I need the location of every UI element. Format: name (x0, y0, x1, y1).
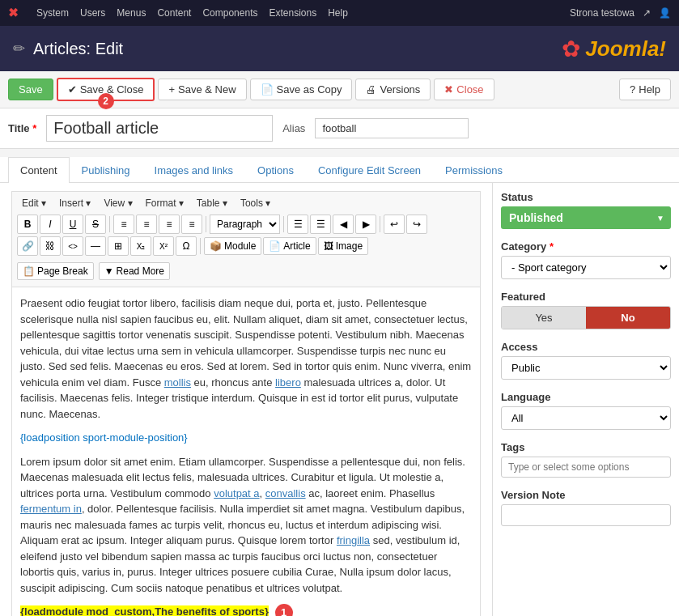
undo-button[interactable]: ↩ (384, 215, 405, 234)
tab-publishing[interactable]: Publishing (70, 157, 142, 183)
editor-menu-view[interactable]: View ▾ (99, 195, 137, 211)
featured-section: Featured Yes No (501, 291, 671, 329)
link-fermentum[interactable]: fermentum in (20, 503, 82, 515)
status-dropdown[interactable]: Published (501, 206, 671, 229)
nav-components[interactable]: Components (202, 7, 257, 19)
nav-users[interactable]: Users (80, 7, 105, 19)
editor-area: Edit ▾ Insert ▾ View ▾ Format ▾ Table ▾ … (0, 183, 493, 616)
featured-toggle: Yes No (501, 306, 671, 329)
copy-icon: 📄 (261, 83, 274, 96)
indent-button[interactable]: ▶ (355, 215, 376, 234)
access-select[interactable]: Public (501, 356, 671, 380)
separator-5 (200, 238, 201, 254)
alias-input[interactable] (315, 118, 469, 138)
module-button[interactable]: 📦 Module (204, 237, 261, 255)
tags-section: Tags (501, 441, 671, 478)
language-select[interactable]: All (501, 406, 671, 430)
nav-menus[interactable]: Menus (117, 7, 146, 19)
align-right-button[interactable]: ≡ (159, 215, 180, 234)
user-icon[interactable]: 👤 (659, 7, 671, 19)
close-button[interactable]: ✖ Close (434, 79, 494, 100)
help-button[interactable]: ? Help (619, 79, 671, 100)
unlink-button[interactable]: ⛓ (40, 236, 61, 256)
tab-options[interactable]: Options (245, 157, 306, 183)
link-mollis[interactable]: mollis (164, 376, 191, 389)
ol-button[interactable]: ☰ (310, 215, 331, 234)
align-justify-button[interactable]: ≡ (181, 215, 202, 234)
tags-input[interactable] (501, 457, 671, 478)
paragraph-select[interactable]: Paragraph (210, 215, 280, 234)
save-copy-button[interactable]: 📄 Save as Copy (250, 79, 353, 100)
version-note-input[interactable] (501, 504, 671, 526)
subscript-button[interactable]: X₂ (130, 236, 151, 256)
close-icon: ✖ (444, 83, 453, 96)
align-left-button[interactable]: ≡ (113, 215, 134, 234)
status-label: Status (501, 191, 671, 203)
editor-menu-table[interactable]: Table ▾ (192, 195, 232, 211)
featured-no-button[interactable]: No (586, 307, 670, 329)
link-button[interactable]: 🔗 (17, 236, 38, 256)
module-icon: 📦 (210, 240, 222, 252)
title-input[interactable] (46, 115, 273, 142)
tab-images-links[interactable]: Images and links (142, 157, 246, 183)
loadmodule-tag-highlight: {loadmodule mod_custom,The benefits of s… (20, 605, 269, 616)
code-button[interactable]: <> (62, 236, 83, 256)
tab-permissions[interactable]: Permissions (433, 157, 515, 183)
ul-button[interactable]: ☰ (287, 215, 308, 234)
special-char-button[interactable]: Ω (176, 236, 197, 256)
strikethrough-button[interactable]: S (85, 215, 106, 234)
outdent-button[interactable]: ◀ (333, 215, 354, 234)
plus-icon: + (168, 83, 175, 96)
edit-icon: ✏ (13, 40, 25, 57)
joomla-star-icon: ✿ (562, 36, 580, 62)
image-button[interactable]: 🖼 Image (318, 237, 368, 255)
nav-system[interactable]: System (36, 7, 69, 19)
bold-button[interactable]: B (17, 215, 38, 234)
title-label: Title * (8, 122, 36, 134)
nav-extensions[interactable]: Extensions (269, 7, 316, 19)
underline-button[interactable]: U (62, 215, 83, 234)
page-header: ✏ Articles: Edit ✿ Joomla! (0, 26, 679, 71)
article-button[interactable]: 📄 Article (263, 237, 316, 255)
editor-content[interactable]: Praesent odio feugiat tortor libero, fac… (11, 287, 481, 616)
link-convallis[interactable]: convallis (265, 487, 306, 499)
link-fringilla[interactable]: fringilla (337, 534, 370, 546)
nav-content[interactable]: Content (157, 7, 191, 19)
superscript-button[interactable]: X² (153, 236, 174, 256)
tags-label: Tags (501, 441, 671, 453)
category-section: Category * - Sport category (501, 240, 671, 279)
site-name[interactable]: Strona testowa (570, 7, 634, 19)
editor-menu-format[interactable]: Format ▾ (141, 195, 189, 211)
nav-help[interactable]: Help (328, 7, 348, 19)
page-title: Articles: Edit (33, 40, 123, 58)
tab-content[interactable]: Content (8, 157, 70, 183)
hr-button[interactable]: — (85, 236, 106, 256)
table-button[interactable]: ⊞ (108, 236, 129, 256)
editor-menu-insert[interactable]: Insert ▾ (54, 195, 95, 211)
versions-button[interactable]: 🖨 Versions (355, 79, 431, 100)
featured-yes-button[interactable]: Yes (502, 307, 586, 329)
top-nav-right: Strona testowa ↗ 👤 (570, 7, 671, 19)
tabs-bar: Content Publishing Images and links Opti… (0, 157, 679, 183)
read-more-icon: ▼ (104, 266, 114, 277)
link-volutpat[interactable]: volutpat a (214, 487, 259, 499)
category-select[interactable]: - Sport category (501, 256, 671, 279)
annotation-badge-1: 1 (275, 604, 293, 616)
editor-menu-edit[interactable]: Edit ▾ (17, 195, 51, 211)
version-note-label: Version Note (501, 489, 671, 501)
read-more-button[interactable]: ▼ Read More (99, 262, 170, 280)
redo-button[interactable]: ↪ (406, 215, 427, 234)
align-center-button[interactable]: ≡ (136, 215, 157, 234)
editor-menu-row: Edit ▾ Insert ▾ View ▾ Format ▾ Table ▾ … (17, 195, 475, 211)
cms-logo: ✖ (8, 6, 19, 20)
editor-menu-tools[interactable]: Tools ▾ (236, 195, 275, 211)
save-new-button[interactable]: + Save & New (158, 79, 246, 100)
save-button[interactable]: Save (8, 79, 53, 100)
page-break-button[interactable]: 📋 Page Break (17, 262, 94, 280)
link-libero[interactable]: libero (275, 376, 301, 389)
page-break-icon: 📋 (23, 266, 35, 277)
tab-configure-edit-screen[interactable]: Configure Edit Screen (306, 157, 433, 183)
check-icon: ✔ (68, 83, 77, 96)
italic-button[interactable]: I (40, 215, 61, 234)
editor-btn-row-1: B I U S ≡ ≡ ≡ ≡ Paragraph ☰ ☰ ◀ ▶ ↩ (17, 215, 475, 234)
